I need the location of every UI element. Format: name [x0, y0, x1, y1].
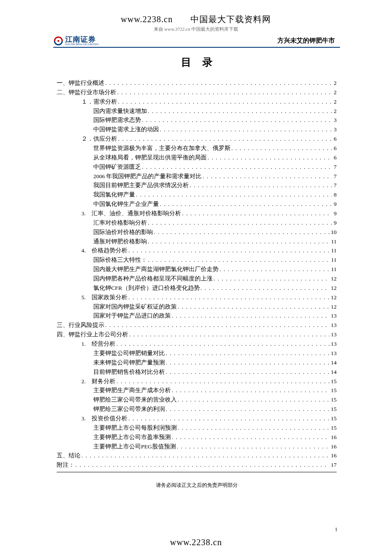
- toc-entry-page: 7: [332, 162, 337, 172]
- toc-entry-page: 6: [332, 144, 337, 153]
- toc-leader-dots: [117, 134, 332, 144]
- toc-entry-label: 通胀对钾肥价格影响: [93, 237, 147, 246]
- toc-entry-label: 5. 国家政策分析: [81, 293, 127, 302]
- toc-entry-page: 11: [329, 265, 337, 274]
- toc-entry-label: 主要钾肥生产商生产成本分析: [93, 386, 171, 395]
- toc-entry-label: 2. 财务分析: [81, 377, 115, 386]
- toc-entry: 世界钾盐资源极为丰富，主要分布在加拿大、俄罗斯6: [57, 144, 337, 153]
- toc-leader-dots: [171, 311, 329, 321]
- toc-leader-dots: [165, 367, 329, 377]
- logo-text-cn: 江南证券: [65, 35, 96, 43]
- toc-entry-page: 15: [329, 423, 337, 433]
- toc-entry: 我国目前钾肥主要产品供求情况分析7: [57, 181, 337, 190]
- toc-entry-page: 9: [332, 199, 337, 209]
- toc-entry-page: 13: [329, 349, 337, 358]
- toc-entry: 三、行业风险提示13: [57, 321, 337, 330]
- toc-leader-dots: [181, 209, 332, 218]
- toc-entry: 3. 汇率、油价、通胀对价格影响分析9: [57, 209, 337, 218]
- toc-leader-dots: [117, 97, 332, 107]
- toc-entry-label: 1. 经营分析: [81, 339, 115, 349]
- toc-leader-dots: [171, 433, 329, 442]
- toc-entry: 从全球格局看，钾肥呈现出供需平衡的局面6: [57, 153, 337, 162]
- toc-leader-dots: [135, 190, 332, 199]
- toc-leader-dots: [147, 107, 332, 116]
- toc-heading: 目录: [53, 55, 340, 69]
- toc-entry-label: 中国氯化钾生产企业产量: [93, 199, 159, 209]
- toc-leader-dots: [213, 274, 329, 283]
- toc-entry: 3. 投资价值分析15: [57, 414, 337, 423]
- toc-entry: 中国氯化钾生产企业产量9: [57, 199, 337, 209]
- toc-entry-label: 主要钾肥上市公司PEG股值预测: [93, 442, 176, 451]
- toc-entry: 一、钾盐行业概述2: [57, 78, 337, 88]
- toc-entry: 钾肥给三家公司带来的营业收入15: [57, 395, 337, 405]
- toc-entry: 国际钾肥需求态势3: [57, 116, 337, 125]
- toc-entry-page: 2: [332, 107, 337, 116]
- toc-entry: 附注：17: [57, 460, 337, 470]
- toc-entry-page: 15: [329, 395, 337, 405]
- toc-entry-label: 国家对国内钾盐采矿权证的政策: [93, 302, 177, 312]
- toc-entry: 国内需求量快速增加2: [57, 107, 337, 116]
- toc-entry-label: 国内最大钾肥生产商盐湖钾肥氯化钾出厂价走势: [93, 265, 219, 274]
- toc-entry: 钾肥给三家公司带来的利润15: [57, 405, 337, 414]
- company-logo: 江南证券 SOUTHCHINA SECURITIES: [53, 36, 98, 46]
- toc-leader-dots: [147, 218, 332, 228]
- toc-entry-page: 15: [329, 414, 337, 423]
- toc-leader-dots: [165, 349, 329, 358]
- toc-entry-page: 13: [329, 330, 337, 339]
- toc-entry-label: 国内需求量快速增加: [93, 107, 147, 116]
- toc-entry-label: 国际油价对价格的影响: [93, 228, 153, 237]
- toc-entry: 主要钾肥上市公司每股利润预测15: [57, 423, 337, 433]
- toc-entry-page: 13: [329, 321, 337, 330]
- toc-entry: 2. 财务分析15: [57, 377, 337, 386]
- toc-entry: 5. 国家政策分析12: [57, 293, 337, 302]
- toc-entry-label: 汇率对价格影响分析: [93, 218, 147, 228]
- toc-entry-label: 国内钾肥各种产品价格都呈现不同幅度的上涨: [93, 274, 213, 283]
- toc-entry: 主要钾肥上市公司PEG股值预测16: [57, 442, 337, 451]
- toc-entry-label: １．需求分析: [81, 97, 117, 107]
- toc-entry-label: 一、钾盐行业概述: [57, 78, 104, 88]
- toc-entry: 国家对国内钾盐采矿权证的政策12: [57, 302, 337, 312]
- toc-entry-page: 2: [332, 97, 337, 107]
- toc-leader-dots: [202, 172, 332, 181]
- toc-entry-page: 12: [329, 302, 337, 312]
- toc-entry: 国际价格三大特性：11: [57, 255, 337, 265]
- toc-entry-label: 我国目前钾肥主要产品供求情况分析: [93, 181, 189, 190]
- toc-entry-label: 中国钾矿资源匮乏: [93, 162, 141, 172]
- toc-leader-dots: [159, 199, 332, 209]
- toc-entry-page: 11: [329, 255, 337, 265]
- bottom-rule: [57, 472, 337, 472]
- toc-entry-label: 4. 价格趋势分析: [81, 246, 127, 255]
- toc-entry-page: 7: [332, 181, 337, 190]
- toc-leader-dots: [176, 442, 329, 451]
- toc-leader-dots: [231, 144, 332, 153]
- toc-entry-label: ２．供应分析: [81, 134, 117, 144]
- toc-entry-label: 氯化钾CFR（到岸价）进口价格变化趋势: [93, 283, 200, 293]
- toc-entry: 国内钾肥各种产品价格都呈现不同幅度的上涨12: [57, 274, 337, 283]
- toc-entry: 中国钾盐需求上涨的动因3: [57, 125, 337, 134]
- toc-entry-label: 中国钾盐需求上涨的动因: [93, 125, 159, 134]
- toc-leader-dots: [115, 377, 329, 386]
- toc-leader-dots: [128, 330, 329, 339]
- toc-entry-page: 16: [329, 433, 337, 442]
- toc-entry-page: 17: [329, 460, 337, 470]
- toc-entry-page: 13: [329, 339, 337, 349]
- toc-entry-page: 9: [332, 209, 337, 218]
- toc-entry-label: 三、行业风险提示: [57, 321, 104, 330]
- toc-entry-label: 目前钾肥销售价格对比分析: [93, 367, 165, 377]
- toc-leader-dots: [207, 153, 332, 162]
- toc-entry-page: 15: [329, 377, 337, 386]
- logo-mark-icon: [53, 36, 63, 46]
- toc-entry-page: 12: [329, 274, 337, 283]
- toc-entry: 主要钾肥生产商生产成本分析15: [57, 386, 337, 395]
- toc-entry: １．需求分析2: [57, 97, 337, 107]
- toc-entry: 目前钾肥销售价格对比分析14: [57, 367, 337, 377]
- toc-entry-label: 二、钾盐行业市场分析: [57, 88, 116, 97]
- toc-entry: 我国氯化钾产量8: [57, 190, 337, 199]
- toc-entry-label: 钾肥给三家公司带来的营业收入: [93, 395, 177, 405]
- toc-leader-dots: [115, 339, 329, 349]
- toc-entry-page: 6: [332, 153, 337, 162]
- toc-entry-page: 12: [329, 283, 337, 293]
- toc-entry: 1. 经营分析13: [57, 339, 337, 349]
- toc-leader-dots: [200, 283, 329, 293]
- toc-leader-dots: [127, 246, 329, 255]
